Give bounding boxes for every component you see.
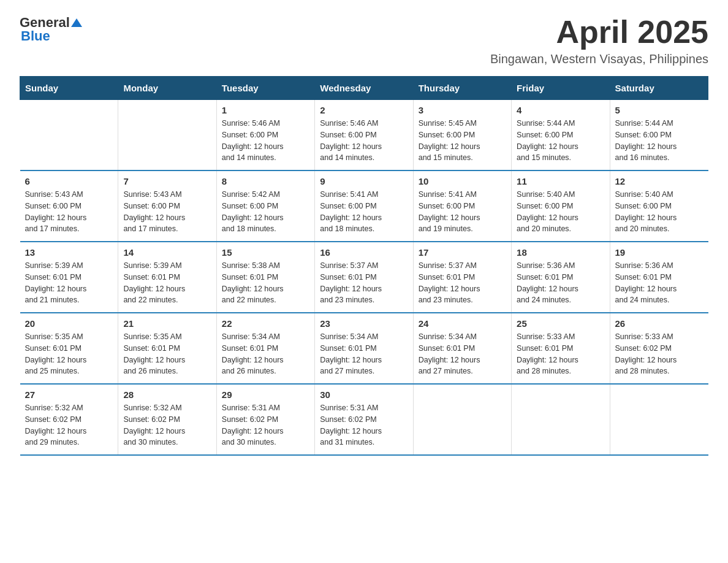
day-info: Sunrise: 5:37 AM Sunset: 6:01 PM Dayligh…: [320, 260, 408, 306]
day-number: 5: [615, 105, 703, 115]
day-number: 12: [615, 176, 703, 186]
calendar-cell: 22Sunrise: 5:34 AM Sunset: 6:01 PM Dayli…: [216, 313, 314, 384]
calendar-cell: 7Sunrise: 5:43 AM Sunset: 6:00 PM Daylig…: [118, 170, 216, 242]
day-info: Sunrise: 5:43 AM Sunset: 6:00 PM Dayligh…: [25, 189, 113, 235]
day-info: Sunrise: 5:33 AM Sunset: 6:02 PM Dayligh…: [615, 331, 703, 377]
day-info: Sunrise: 5:39 AM Sunset: 6:01 PM Dayligh…: [25, 260, 113, 306]
day-info: Sunrise: 5:32 AM Sunset: 6:02 PM Dayligh…: [123, 402, 211, 448]
day-info: Sunrise: 5:34 AM Sunset: 6:01 PM Dayligh…: [222, 331, 309, 377]
calendar-cell: 30Sunrise: 5:31 AM Sunset: 6:02 PM Dayli…: [315, 384, 413, 455]
day-number: 28: [123, 389, 211, 400]
calendar-cell: 26Sunrise: 5:33 AM Sunset: 6:02 PM Dayli…: [610, 313, 708, 384]
calendar-header-thursday: Thursday: [413, 77, 511, 100]
day-number: 19: [615, 247, 703, 258]
day-number: 26: [615, 318, 703, 329]
calendar-cell: 8Sunrise: 5:42 AM Sunset: 6:00 PM Daylig…: [216, 170, 314, 242]
day-info: Sunrise: 5:44 AM Sunset: 6:00 PM Dayligh…: [517, 118, 604, 164]
day-info: Sunrise: 5:46 AM Sunset: 6:00 PM Dayligh…: [320, 118, 408, 164]
day-number: 25: [517, 318, 604, 329]
calendar-row-1: 6Sunrise: 5:43 AM Sunset: 6:00 PM Daylig…: [20, 170, 708, 242]
day-info: Sunrise: 5:32 AM Sunset: 6:02 PM Dayligh…: [25, 402, 113, 448]
day-number: 1: [222, 105, 309, 115]
calendar-cell: 16Sunrise: 5:37 AM Sunset: 6:01 PM Dayli…: [315, 242, 413, 313]
day-number: 9: [320, 176, 408, 186]
day-number: 14: [123, 247, 211, 258]
calendar-cell: [413, 384, 511, 455]
day-number: 16: [320, 247, 408, 258]
day-number: 22: [222, 318, 309, 329]
day-info: Sunrise: 5:31 AM Sunset: 6:02 PM Dayligh…: [320, 402, 408, 448]
day-number: 17: [419, 247, 506, 258]
calendar-cell: [20, 100, 118, 171]
day-number: 13: [25, 247, 113, 258]
calendar-cell: 11Sunrise: 5:40 AM Sunset: 6:00 PM Dayli…: [512, 170, 610, 242]
calendar-cell: 17Sunrise: 5:37 AM Sunset: 6:01 PM Dayli…: [413, 242, 511, 313]
day-number: 8: [222, 176, 309, 186]
day-info: Sunrise: 5:37 AM Sunset: 6:01 PM Dayligh…: [419, 260, 506, 306]
calendar-cell: 29Sunrise: 5:31 AM Sunset: 6:02 PM Dayli…: [216, 384, 314, 455]
calendar-row-2: 13Sunrise: 5:39 AM Sunset: 6:01 PM Dayli…: [20, 242, 708, 313]
calendar-cell: 18Sunrise: 5:36 AM Sunset: 6:01 PM Dayli…: [512, 242, 610, 313]
day-info: Sunrise: 5:44 AM Sunset: 6:00 PM Dayligh…: [615, 118, 703, 164]
calendar-cell: 1Sunrise: 5:46 AM Sunset: 6:00 PM Daylig…: [216, 100, 314, 171]
calendar-header-sunday: Sunday: [20, 77, 118, 100]
day-info: Sunrise: 5:38 AM Sunset: 6:01 PM Dayligh…: [222, 260, 309, 306]
calendar-cell: 9Sunrise: 5:41 AM Sunset: 6:00 PM Daylig…: [315, 170, 413, 242]
calendar-header-tuesday: Tuesday: [216, 77, 314, 100]
page-header: General Blue April 2025 Bingawan, Wester…: [20, 15, 708, 66]
calendar-header-wednesday: Wednesday: [315, 77, 413, 100]
day-info: Sunrise: 5:40 AM Sunset: 6:00 PM Dayligh…: [517, 189, 604, 235]
day-number: 10: [419, 176, 506, 186]
day-number: 27: [25, 389, 113, 400]
calendar-cell: 6Sunrise: 5:43 AM Sunset: 6:00 PM Daylig…: [20, 170, 118, 242]
day-info: Sunrise: 5:34 AM Sunset: 6:01 PM Dayligh…: [419, 331, 506, 377]
logo-blue-text: Blue: [20, 28, 50, 44]
day-number: 6: [25, 176, 113, 186]
day-info: Sunrise: 5:45 AM Sunset: 6:00 PM Dayligh…: [419, 118, 506, 164]
day-number: 4: [517, 105, 604, 115]
day-number: 2: [320, 105, 408, 115]
day-info: Sunrise: 5:39 AM Sunset: 6:01 PM Dayligh…: [123, 260, 211, 306]
day-info: Sunrise: 5:35 AM Sunset: 6:01 PM Dayligh…: [25, 331, 113, 377]
calendar-cell: [610, 384, 708, 455]
day-info: Sunrise: 5:42 AM Sunset: 6:00 PM Dayligh…: [222, 189, 309, 235]
calendar-header-saturday: Saturday: [610, 77, 708, 100]
calendar-cell: 27Sunrise: 5:32 AM Sunset: 6:02 PM Dayli…: [20, 384, 118, 455]
calendar-cell: 10Sunrise: 5:41 AM Sunset: 6:00 PM Dayli…: [413, 170, 511, 242]
day-info: Sunrise: 5:34 AM Sunset: 6:01 PM Dayligh…: [320, 331, 408, 377]
calendar-row-4: 27Sunrise: 5:32 AM Sunset: 6:02 PM Dayli…: [20, 384, 708, 455]
calendar-cell: [512, 384, 610, 455]
calendar-cell: 3Sunrise: 5:45 AM Sunset: 6:00 PM Daylig…: [413, 100, 511, 171]
calendar-cell: 20Sunrise: 5:35 AM Sunset: 6:01 PM Dayli…: [20, 313, 118, 384]
day-info: Sunrise: 5:31 AM Sunset: 6:02 PM Dayligh…: [222, 402, 309, 448]
day-number: 30: [320, 389, 408, 400]
calendar-header-monday: Monday: [118, 77, 216, 100]
calendar-header-row: SundayMondayTuesdayWednesdayThursdayFrid…: [20, 77, 708, 100]
calendar-row-0: 1Sunrise: 5:46 AM Sunset: 6:00 PM Daylig…: [20, 100, 708, 171]
calendar-cell: 2Sunrise: 5:46 AM Sunset: 6:00 PM Daylig…: [315, 100, 413, 171]
day-info: Sunrise: 5:41 AM Sunset: 6:00 PM Dayligh…: [419, 189, 506, 235]
calendar-cell: 14Sunrise: 5:39 AM Sunset: 6:01 PM Dayli…: [118, 242, 216, 313]
calendar-cell: [118, 100, 216, 171]
day-number: 18: [517, 247, 604, 258]
calendar-cell: 15Sunrise: 5:38 AM Sunset: 6:01 PM Dayli…: [216, 242, 314, 313]
calendar-cell: 28Sunrise: 5:32 AM Sunset: 6:02 PM Dayli…: [118, 384, 216, 455]
calendar-cell: 5Sunrise: 5:44 AM Sunset: 6:00 PM Daylig…: [610, 100, 708, 171]
calendar-row-3: 20Sunrise: 5:35 AM Sunset: 6:01 PM Dayli…: [20, 313, 708, 384]
calendar-header-friday: Friday: [512, 77, 610, 100]
day-number: 20: [25, 318, 113, 329]
calendar-cell: 12Sunrise: 5:40 AM Sunset: 6:00 PM Dayli…: [610, 170, 708, 242]
day-number: 3: [419, 105, 506, 115]
day-number: 21: [123, 318, 211, 329]
day-info: Sunrise: 5:36 AM Sunset: 6:01 PM Dayligh…: [517, 260, 604, 306]
title-block: April 2025 Bingawan, Western Visayas, Ph…: [490, 15, 708, 66]
calendar-cell: 25Sunrise: 5:33 AM Sunset: 6:01 PM Dayli…: [512, 313, 610, 384]
calendar-cell: 4Sunrise: 5:44 AM Sunset: 6:00 PM Daylig…: [512, 100, 610, 171]
month-title: April 2025: [490, 15, 708, 50]
calendar-table: SundayMondayTuesdayWednesdayThursdayFrid…: [20, 76, 708, 456]
calendar-cell: 24Sunrise: 5:34 AM Sunset: 6:01 PM Dayli…: [413, 313, 511, 384]
logo: General Blue: [20, 15, 82, 44]
calendar-cell: 21Sunrise: 5:35 AM Sunset: 6:01 PM Dayli…: [118, 313, 216, 384]
day-number: 24: [419, 318, 506, 329]
calendar-cell: 23Sunrise: 5:34 AM Sunset: 6:01 PM Dayli…: [315, 313, 413, 384]
